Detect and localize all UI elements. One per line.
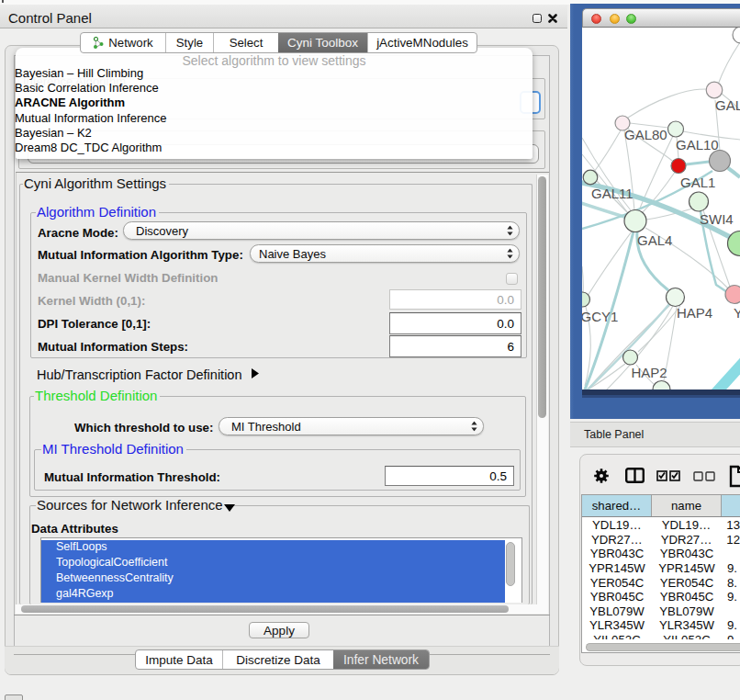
svg-text:GAL7: GAL7	[715, 97, 740, 113]
svg-text:SWI4: SWI4	[700, 211, 734, 227]
svg-text:GAL1: GAL1	[680, 175, 715, 190]
svg-text:Y: Y	[734, 305, 740, 321]
svg-text:HAP4: HAP4	[677, 305, 712, 321]
svg-text:HAP2: HAP2	[632, 365, 667, 380]
svg-text:GAL10: GAL10	[676, 137, 719, 152]
svg-text:GAL11: GAL11	[591, 186, 633, 201]
svg-text:GAL4: GAL4	[637, 232, 672, 248]
svg-text:GAL80: GAL80	[624, 127, 667, 142]
svg-text:GCY1: GCY1	[582, 309, 618, 324]
